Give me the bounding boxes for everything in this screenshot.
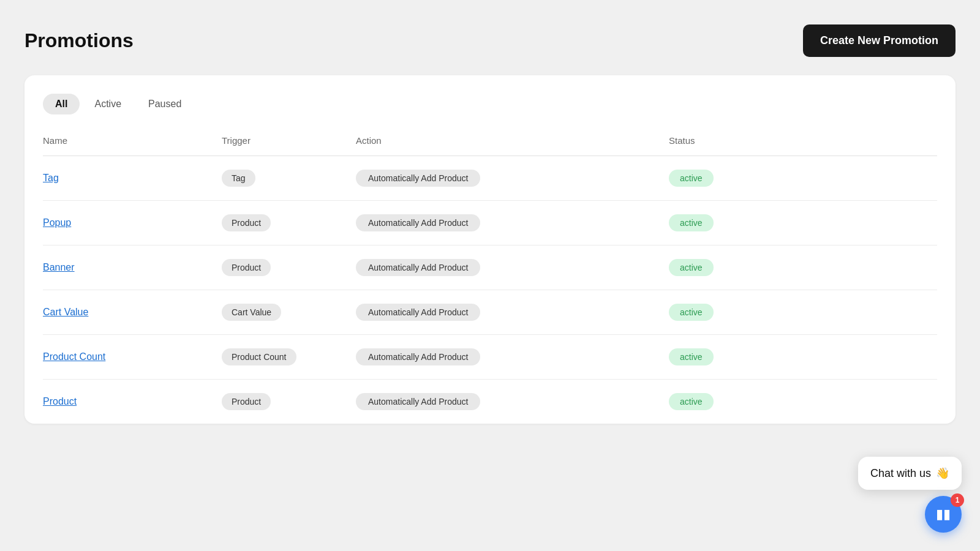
action-badge: Automatically Add Product [356,304,480,321]
cell-action: Automatically Add Product [356,201,669,246]
cell-trigger: Product Count [222,335,356,380]
trigger-badge: Product [222,393,271,410]
pause-button[interactable] [816,176,821,181]
action-badge: Automatically Add Product [356,393,480,410]
trigger-badge: Product [222,259,271,276]
status-badge: active [669,259,714,276]
promotion-name-link[interactable]: Cart Value [43,307,88,317]
delete-button[interactable] [830,176,835,181]
cell-row-actions [803,380,937,424]
chat-widget: Chat with us 👋 ▮▮ 1 [858,457,962,533]
create-promotion-button[interactable]: Create New Promotion [803,24,956,57]
row-actions [803,310,937,315]
page-title: Promotions [24,29,134,52]
promotion-name-link[interactable]: Product Count [43,351,105,362]
row-actions [803,354,937,359]
cell-status: active [669,380,803,424]
pause-button[interactable] [816,265,821,270]
edit-button[interactable] [803,265,808,270]
row-actions [803,176,937,181]
tab-paused[interactable]: Paused [136,94,194,114]
table-row: Tag Tag Automatically Add Product active [43,156,937,201]
pause-button[interactable] [816,354,821,359]
cell-status: active [669,246,803,290]
action-badge: Automatically Add Product [356,259,480,276]
promotion-name-link[interactable]: Product [43,396,77,407]
table-row: Product Count Product Count Automaticall… [43,335,937,380]
edit-button[interactable] [803,399,808,404]
trigger-badge: Product [222,214,271,231]
filter-tabs: All Active Paused [43,94,937,114]
cell-action: Automatically Add Product [356,290,669,335]
page-wrapper: Promotions Create New Promotion All Acti… [0,0,980,424]
col-header-status: Status [669,129,803,156]
table-body: Tag Tag Automatically Add Product active [43,156,937,424]
cell-name: Popup [43,201,222,246]
cell-trigger: Product [222,201,356,246]
pause-button[interactable] [816,220,821,225]
status-badge: active [669,304,714,321]
col-header-name: Name [43,129,222,156]
delete-button[interactable] [830,265,835,270]
edit-button[interactable] [803,176,808,181]
promotion-name-link[interactable]: Tag [43,173,59,183]
delete-button[interactable] [830,220,835,225]
status-badge: active [669,348,714,365]
cell-name: Product [43,380,222,424]
chat-bubble-emoji: 👋 [936,467,949,480]
col-header-trigger: Trigger [222,129,356,156]
cell-trigger: Tag [222,156,356,201]
cell-name: Product Count [43,335,222,380]
row-actions [803,220,937,225]
row-actions [803,399,937,404]
promotion-name-link[interactable]: Popup [43,217,71,228]
promotion-name-link[interactable]: Banner [43,262,75,272]
chat-bubble-text: Chat with us [870,467,931,480]
cell-row-actions [803,156,937,201]
status-badge: active [669,214,714,231]
chat-icon: ▮▮ [936,506,951,522]
delete-button[interactable] [830,310,835,315]
tab-active[interactable]: Active [82,94,134,114]
tab-all[interactable]: All [43,94,80,114]
cell-action: Automatically Add Product [356,156,669,201]
cell-name: Cart Value [43,290,222,335]
delete-button[interactable] [830,399,835,404]
pause-button[interactable] [816,399,821,404]
chat-open-button[interactable]: ▮▮ 1 [925,496,962,533]
pause-button[interactable] [816,310,821,315]
cell-action: Automatically Add Product [356,380,669,424]
action-badge: Automatically Add Product [356,348,480,365]
chat-badge: 1 [951,493,964,507]
cell-name: Banner [43,246,222,290]
cell-status: active [669,335,803,380]
edit-button[interactable] [803,220,808,225]
col-header-action: Action [356,129,669,156]
cell-trigger: Product [222,246,356,290]
table-row: Banner Product Automatically Add Product… [43,246,937,290]
cell-trigger: Cart Value [222,290,356,335]
status-badge: active [669,393,714,410]
cell-trigger: Product [222,380,356,424]
table-header: Name Trigger Action Status [43,129,937,156]
table-row: Popup Product Automatically Add Product … [43,201,937,246]
trigger-badge: Product Count [222,348,296,365]
promotions-table: Name Trigger Action Status Tag Tag Autom… [43,129,937,424]
edit-button[interactable] [803,310,808,315]
table-row: Cart Value Cart Value Automatically Add … [43,290,937,335]
chat-bubble: Chat with us 👋 [858,457,962,490]
cell-row-actions [803,335,937,380]
action-badge: Automatically Add Product [356,214,480,231]
cell-row-actions [803,246,937,290]
cell-action: Automatically Add Product [356,335,669,380]
status-badge: active [669,170,714,187]
edit-button[interactable] [803,354,808,359]
promotions-card: All Active Paused Name Trigger Action St… [24,75,956,424]
cell-status: active [669,201,803,246]
cell-name: Tag [43,156,222,201]
row-actions [803,265,937,270]
cell-row-actions [803,201,937,246]
trigger-badge: Cart Value [222,304,281,321]
cell-status: active [669,290,803,335]
cell-status: active [669,156,803,201]
